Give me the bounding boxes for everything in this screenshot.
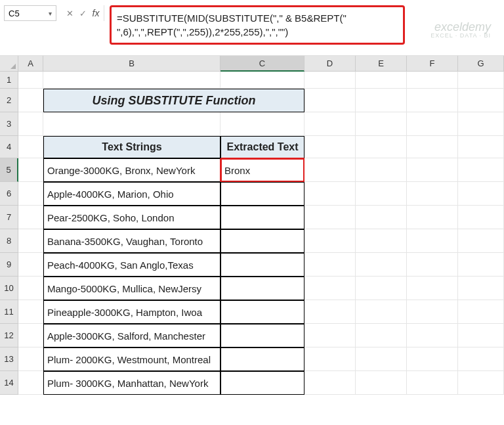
cell[interactable]	[304, 182, 356, 206]
cell[interactable]	[18, 89, 43, 112]
row-header[interactable]: 9	[0, 253, 18, 277]
row-header[interactable]: 2	[0, 89, 18, 112]
cell[interactable]	[304, 136, 356, 158]
cell[interactable]	[356, 72, 407, 89]
cell[interactable]	[304, 300, 356, 324]
cell[interactable]	[407, 158, 458, 182]
cell[interactable]	[458, 206, 504, 229]
fx-icon[interactable]: fx	[91, 8, 101, 18]
table-row[interactable]	[220, 371, 304, 395]
col-header[interactable]: G	[458, 56, 504, 72]
cell[interactable]	[458, 229, 504, 253]
cell[interactable]	[304, 158, 356, 182]
cell[interactable]	[407, 182, 458, 206]
table-row[interactable]: Pear-2500KG, Soho, London	[43, 206, 220, 229]
cell[interactable]	[458, 300, 504, 324]
cell[interactable]	[458, 347, 504, 371]
cell[interactable]	[356, 229, 407, 253]
formula-input[interactable]: =SUBSTITUTE(MID(SUBSTITUTE("," & B5&REPT…	[110, 5, 405, 45]
cell[interactable]	[18, 324, 43, 347]
col-header[interactable]: B	[43, 56, 220, 72]
cell[interactable]	[458, 112, 504, 136]
table-row[interactable]	[220, 206, 304, 229]
row-header[interactable]: 5	[0, 158, 18, 182]
table-row[interactable]: Apple-4000KG, Marion, Ohio	[43, 182, 220, 206]
cell[interactable]	[458, 277, 504, 300]
col-header[interactable]: C	[220, 56, 304, 72]
cell[interactable]	[18, 158, 43, 182]
cell[interactable]	[356, 347, 407, 371]
cell[interactable]	[18, 206, 43, 229]
row-header[interactable]: 12	[0, 324, 18, 347]
cell[interactable]	[356, 206, 407, 229]
cell[interactable]	[356, 112, 407, 136]
cell[interactable]	[458, 89, 504, 112]
col-header[interactable]: A	[18, 56, 43, 72]
table-row[interactable]: Apple-3000KG, Salford, Manchester	[43, 324, 220, 347]
cell[interactable]	[407, 72, 458, 89]
cell[interactable]	[18, 277, 43, 300]
row-header[interactable]: 8	[0, 229, 18, 253]
table-header[interactable]: Extracted Text	[220, 136, 304, 158]
cell[interactable]	[304, 72, 356, 89]
table-row[interactable]	[220, 182, 304, 206]
cell[interactable]	[407, 229, 458, 253]
cell[interactable]	[304, 324, 356, 347]
cell[interactable]	[407, 89, 458, 112]
cell[interactable]	[356, 136, 407, 158]
cell[interactable]	[18, 229, 43, 253]
cell[interactable]	[407, 253, 458, 277]
cell[interactable]	[18, 72, 43, 89]
cell[interactable]	[304, 347, 356, 371]
cell[interactable]	[356, 371, 407, 395]
cell[interactable]	[458, 136, 504, 158]
table-row[interactable]	[220, 253, 304, 277]
chevron-down-icon[interactable]: ▾	[49, 10, 52, 17]
cell[interactable]	[18, 300, 43, 324]
cell[interactable]	[304, 371, 356, 395]
cell[interactable]	[356, 89, 407, 112]
row-header[interactable]: 11	[0, 300, 18, 324]
cell[interactable]	[304, 253, 356, 277]
cell[interactable]	[458, 324, 504, 347]
row-header[interactable]: 13	[0, 347, 18, 371]
row-header[interactable]: 7	[0, 206, 18, 229]
cell[interactable]	[458, 371, 504, 395]
table-row[interactable]	[220, 229, 304, 253]
cell[interactable]	[407, 112, 458, 136]
cell[interactable]	[304, 112, 356, 136]
cell[interactable]	[43, 112, 220, 136]
cell[interactable]	[220, 112, 304, 136]
cell[interactable]	[304, 206, 356, 229]
cell[interactable]	[18, 136, 43, 158]
cell[interactable]	[407, 277, 458, 300]
cell[interactable]	[304, 229, 356, 253]
name-box[interactable]: C5 ▾	[4, 5, 56, 21]
cell[interactable]	[43, 72, 220, 89]
select-all-corner[interactable]	[0, 56, 18, 72]
row-header[interactable]: 6	[0, 182, 18, 206]
table-header[interactable]: Text Strings	[43, 136, 220, 158]
table-row[interactable]	[220, 277, 304, 300]
cell[interactable]	[304, 277, 356, 300]
row-header[interactable]: 14	[0, 371, 18, 395]
table-row[interactable]: Plum- 3000KG, Manhattan, NewYork	[43, 371, 220, 395]
cell[interactable]	[458, 158, 504, 182]
table-row[interactable]: Mango-5000KG, Mullica, NewJersy	[43, 277, 220, 300]
row-header[interactable]: 3	[0, 112, 18, 136]
table-row[interactable]: Peach-4000KG, San Anglo,Texas	[43, 253, 220, 277]
table-row[interactable]	[220, 324, 304, 347]
cell[interactable]	[458, 182, 504, 206]
table-row[interactable]: Orange-3000KG, Bronx, NewYork	[43, 158, 220, 182]
cell[interactable]	[356, 300, 407, 324]
table-row[interactable]	[220, 347, 304, 371]
cell[interactable]	[356, 158, 407, 182]
cell[interactable]	[18, 112, 43, 136]
cell[interactable]	[356, 182, 407, 206]
cell[interactable]	[18, 347, 43, 371]
cell[interactable]	[407, 206, 458, 229]
cell[interactable]	[407, 347, 458, 371]
cell[interactable]	[458, 253, 504, 277]
col-header[interactable]: D	[304, 56, 356, 72]
cell[interactable]	[356, 324, 407, 347]
